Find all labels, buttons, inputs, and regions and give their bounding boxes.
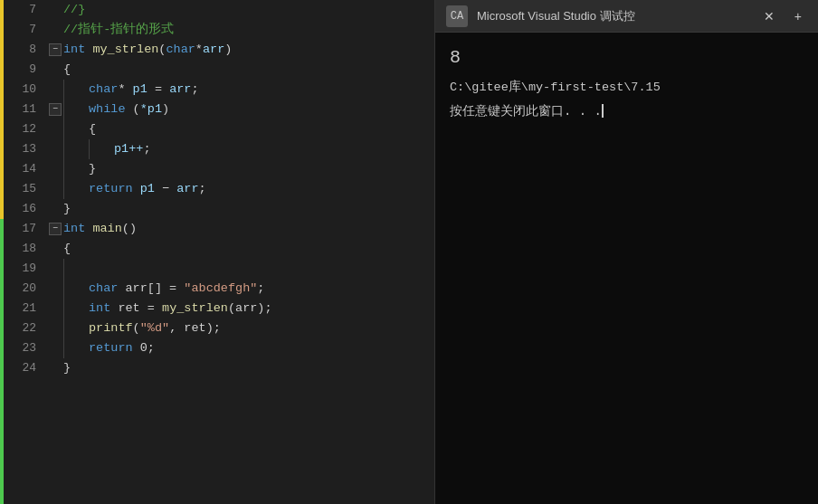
code-token: } <box>63 199 71 219</box>
indent-guide <box>63 299 89 319</box>
terminal-panel: CA Microsoft Visual Studio 调试控 ✕ + 8 C:\… <box>434 0 818 504</box>
terminal-output-number: 8 <box>450 43 804 72</box>
code-line: //} <box>49 0 434 20</box>
indent-guide <box>63 319 89 338</box>
code-token: main <box>92 219 121 239</box>
code-token: p1++ <box>114 139 143 159</box>
code-token <box>133 179 140 199</box>
line-number: 9 <box>7 60 36 80</box>
code-token: ; <box>264 299 271 319</box>
code-token <box>85 219 92 239</box>
code-token: int <box>63 40 85 60</box>
terminal-close-button[interactable]: ✕ <box>758 8 780 24</box>
code-token: } <box>89 159 96 179</box>
code-line: −int my_strlen(char*arr) <box>49 40 434 60</box>
line-number: 23 <box>7 338 36 358</box>
gutter-column <box>0 0 7 504</box>
fold-button[interactable]: − <box>49 223 62 235</box>
line-number: 11 <box>7 100 36 119</box>
code-token: char <box>89 80 118 100</box>
code-content: //}//指针-指针的形式−int my_strlen(char*arr){ch… <box>42 0 434 504</box>
code-token <box>85 40 92 60</box>
line-number: 10 <box>7 80 36 100</box>
code-line: p1++; <box>49 139 434 159</box>
line-number: 21 <box>7 299 36 319</box>
indent-guide <box>89 139 114 159</box>
code-token: while <box>89 100 126 119</box>
code-token: p1 <box>140 179 155 199</box>
code-token: { <box>63 239 71 259</box>
terminal-add-button[interactable]: + <box>789 8 807 24</box>
code-line: } <box>49 358 434 378</box>
line-number: 14 <box>7 159 36 179</box>
code-token: "%d" <box>140 319 169 338</box>
code-token: int <box>63 219 85 239</box>
indent-guide <box>63 80 89 100</box>
terminal-icon-label: CA <box>451 10 463 23</box>
code-token: "abcdefgh" <box>184 279 257 299</box>
code-token: p1 <box>133 80 147 100</box>
terminal-icon: CA <box>446 5 468 27</box>
code-line: return p1 − arr; <box>49 179 434 199</box>
indent-guide <box>63 179 89 199</box>
terminal-body: 8 C:\gitee库\my-first-test\7.15 按任意键关闭此窗口… <box>435 33 818 504</box>
indent-guide <box>63 259 89 279</box>
code-token: { <box>89 119 96 139</box>
code-token: ret = <box>110 299 162 319</box>
code-line: } <box>49 159 434 179</box>
terminal-cursor <box>602 104 604 118</box>
indent-guide <box>63 119 89 139</box>
code-line: //指针-指针的形式 <box>49 20 434 40</box>
code-line: char* p1 = arr; <box>49 80 434 100</box>
indent-guide <box>63 100 89 119</box>
code-token: arr[] = <box>118 279 184 299</box>
code-token: ; <box>191 80 198 100</box>
code-token: { <box>63 60 71 80</box>
code-token: } <box>63 358 71 378</box>
code-token: ; <box>199 179 206 199</box>
code-line: printf("%d", ret); <box>49 319 434 338</box>
editor-panel: 7789101112131415161718192021222324 //}//… <box>0 0 434 504</box>
terminal-output-msg-text: 按任意键关闭此窗口. . . <box>450 104 602 119</box>
code-token: 0; <box>133 338 155 358</box>
code-token: int <box>89 299 110 319</box>
code-line <box>49 259 434 279</box>
code-token: ( <box>126 100 140 119</box>
code-token: ; <box>143 139 150 159</box>
line-number: 7 <box>7 0 36 20</box>
line-number: 15 <box>7 179 36 199</box>
code-token: return <box>89 338 133 358</box>
indent-guide <box>63 139 89 159</box>
code-token: ; <box>257 279 264 299</box>
indent-guide <box>63 279 89 299</box>
code-token: my_strlen <box>92 40 158 60</box>
code-token: − <box>155 179 176 199</box>
code-line: { <box>49 119 434 139</box>
line-number: 19 <box>7 259 36 279</box>
line-number: 17 <box>7 219 36 239</box>
line-number: 8 <box>7 40 36 60</box>
code-token: , ret); <box>169 319 221 338</box>
code-token: ( <box>158 40 166 60</box>
terminal-title: Microsoft Visual Studio 调试控 <box>477 8 749 24</box>
code-token: * <box>195 40 203 60</box>
code-token: char <box>89 279 118 299</box>
code-token: ) <box>224 40 232 60</box>
code-line: { <box>49 239 434 259</box>
code-token: return <box>89 179 133 199</box>
code-line: { <box>49 60 434 80</box>
indent-guide <box>63 159 89 179</box>
line-number: 12 <box>7 119 36 139</box>
line-number: 20 <box>7 279 36 299</box>
code-token: my_strlen <box>162 299 228 319</box>
code-token: arr <box>176 179 198 199</box>
code-token: () <box>122 219 137 239</box>
code-token: arr <box>169 80 191 100</box>
fold-button[interactable]: − <box>49 103 62 116</box>
terminal-titlebar: CA Microsoft Visual Studio 调试控 ✕ + <box>435 0 818 33</box>
code-token: = <box>147 80 169 100</box>
code-line: int ret = my_strlen(arr); <box>49 299 434 319</box>
fold-button[interactable]: − <box>49 43 62 56</box>
code-token: ) <box>162 100 169 119</box>
code-line: −int main() <box>49 219 434 239</box>
